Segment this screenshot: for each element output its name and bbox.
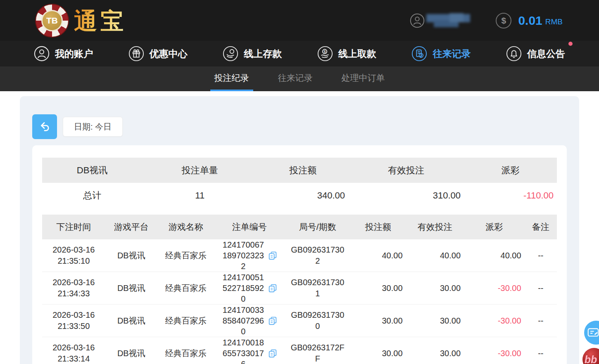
bet-time: 2026-03-16 21:33:50: [45, 310, 102, 332]
bet-id: 1241700515227185920: [221, 272, 265, 304]
col-note: 备注: [525, 221, 557, 233]
col-round: 局号/期数: [285, 221, 350, 233]
platform: DB视讯: [105, 283, 157, 294]
summary-total-label: 总计: [42, 189, 142, 202]
summary-total-row: 总计 11 340.00 310.00 -110.00: [42, 183, 557, 208]
logo-text: 通宝: [74, 9, 127, 32]
nav-item-records[interactable]: 往来记录: [411, 46, 471, 61]
page-content: 日期: 今日 DB视讯 投注单量 投注额 有效投注 派彩 总计 11 340.0…: [0, 91, 599, 364]
game-name: 经典百家乐: [157, 250, 214, 261]
bell-icon: [506, 46, 522, 61]
payout: -30.00: [464, 349, 525, 358]
bet-id: 1241700186557330176: [221, 337, 265, 364]
balance-display: $ 0.01 RMB: [496, 13, 563, 28]
sub-tabbar: 投注纪录 往来记录 处理中订单: [0, 66, 599, 91]
summary-col-bet: 投注额: [257, 164, 348, 177]
date-filter-button[interactable]: 日期: 今日: [63, 117, 123, 137]
balance-amount: 0.01: [518, 14, 542, 28]
bet-time: 2026-03-16 21:33:14: [45, 342, 102, 364]
bet-id: 1241700338584072960: [221, 305, 265, 337]
payout: -30.00: [464, 316, 525, 326]
user-avatar-icon: [410, 13, 425, 28]
round-id: GB09263172FF: [290, 342, 345, 364]
bet-time: 2026-03-16 21:34:33: [45, 277, 102, 299]
nav-item-deposit[interactable]: 线上存款: [223, 46, 282, 61]
round-id: GB0926317300: [290, 310, 345, 332]
gift-icon: [128, 46, 144, 61]
site-logo[interactable]: TB 通宝: [35, 4, 127, 38]
dollar-icon: $: [496, 13, 511, 28]
table-row: 2026-03-16 21:35:10 DB视讯 经典百家乐 124170067…: [42, 239, 557, 272]
summary-bet-amount: 340.00: [257, 190, 348, 201]
bb-logo-text: bb: [585, 354, 597, 364]
table-row: 2026-03-16 21:33:50 DB视讯 经典百家乐 124170033…: [42, 305, 557, 337]
chat-message-icon: [587, 326, 599, 339]
nav-item-promotions[interactable]: 优惠中心: [128, 46, 188, 61]
game-name: 经典百家乐: [157, 283, 214, 294]
note: --: [525, 316, 557, 326]
copy-icon[interactable]: [268, 251, 278, 260]
col-bet-id: 注单编号: [214, 221, 285, 233]
back-button[interactable]: [32, 114, 57, 139]
records-table-header: 下注时间 游戏平台 游戏名称 注单编号 局号/期数 投注额 有效投注 派彩 备注: [42, 215, 557, 239]
bet-amount: 30.00: [350, 316, 406, 326]
toolbar: 日期: 今日: [32, 114, 567, 139]
summary-col-platform: DB视讯: [42, 164, 142, 177]
summary-bet-count: 11: [142, 190, 257, 201]
bet-amount: 30.00: [350, 284, 406, 293]
summary-table-header: DB视讯 投注单量 投注额 有效投注 派彩: [42, 158, 557, 183]
deposit-icon: [223, 46, 238, 61]
back-arrow-icon: [38, 120, 52, 134]
nav-item-announcements[interactable]: 信息公告: [506, 46, 565, 61]
poker-chip-logo-icon: TB: [35, 4, 69, 38]
copy-icon[interactable]: [268, 348, 278, 358]
account-icon: [34, 46, 50, 61]
svg-text:$: $: [323, 50, 326, 54]
nav-item-withdraw[interactable]: $ 线上取款: [317, 46, 376, 61]
bet-id: 1241700671897023232: [221, 239, 265, 272]
tables-card: DB视讯 投注单量 投注额 有效投注 派彩 总计 11 340.00 310.0…: [32, 145, 567, 364]
records-icon: [411, 46, 427, 61]
valid-bet: 30.00: [406, 316, 464, 326]
platform: DB视讯: [105, 315, 157, 326]
table-row: 2026-03-16 21:33:14 DB视讯 经典百家乐 124170018…: [42, 337, 557, 364]
summary-valid-bet: 310.00: [348, 190, 464, 201]
col-game-name: 游戏名称: [157, 221, 214, 233]
copy-icon[interactable]: [268, 316, 278, 326]
col-payout: 派彩: [464, 221, 525, 233]
summary-payout: -110.00: [464, 190, 557, 201]
round-id: GB0926317302: [290, 244, 345, 267]
nav-item-my-account[interactable]: 我的账户: [34, 46, 93, 61]
valid-bet: 30.00: [406, 349, 464, 358]
tab-bet-records[interactable]: 投注纪录: [210, 66, 253, 91]
payout: -30.00: [464, 284, 525, 293]
withdraw-icon: $: [317, 46, 333, 61]
bet-amount: 40.00: [350, 251, 406, 260]
platform: DB视讯: [105, 348, 157, 359]
summary-col-valid: 有效投注: [348, 164, 464, 177]
table-row: 2026-03-16 21:34:33 DB视讯 经典百家乐 124170051…: [42, 272, 557, 305]
notification-dot: [568, 42, 573, 46]
col-valid-bet: 有效投注: [406, 221, 464, 233]
user-info[interactable]: [410, 12, 470, 29]
summary-col-payout: 派彩: [464, 164, 557, 177]
bet-amount: 30.00: [350, 349, 406, 358]
col-bet-amount: 投注额: [350, 221, 406, 233]
tab-processing-orders[interactable]: 处理中订单: [338, 66, 389, 91]
main-nav: 我的账户 优惠中心 线上存款 $ 线上取款 往来记录: [0, 41, 599, 66]
tab-transaction-records[interactable]: 往来记录: [274, 66, 317, 91]
top-header: TB 通宝 $ 0.01 RMB: [0, 0, 599, 41]
platform: DB视讯: [105, 250, 157, 261]
game-name: 经典百家乐: [157, 315, 214, 326]
summary-col-count: 投注单量: [142, 164, 257, 177]
col-platform: 游戏平台: [105, 221, 157, 233]
valid-bet: 30.00: [406, 284, 464, 293]
bet-time: 2026-03-16 21:35:10: [45, 244, 102, 267]
username-redacted: [426, 12, 470, 29]
valid-bet: 40.00: [406, 251, 464, 260]
copy-icon[interactable]: [268, 283, 278, 293]
records-panel: 日期: 今日 DB视讯 投注单量 投注额 有效投注 派彩 总计 11 340.0…: [20, 96, 579, 364]
note: --: [525, 349, 557, 358]
col-bet-time: 下注时间: [42, 221, 105, 233]
balance-currency: RMB: [545, 17, 563, 26]
